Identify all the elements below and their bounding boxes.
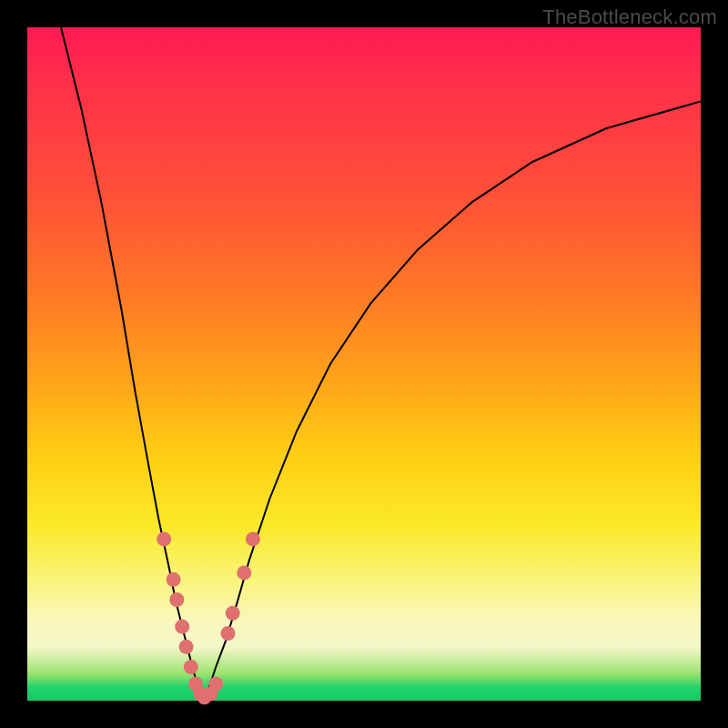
marker-point [226,606,240,621]
marker-point [169,592,184,607]
marker-point [221,626,236,641]
curve-right-branch [202,101,701,701]
marker-point [237,565,251,580]
marker-point [184,660,198,674]
watermark-text: TheBottleneck.com [542,5,717,29]
marker-point [246,531,260,546]
marker-point [157,531,171,546]
marker-point [208,677,223,692]
marker-group [157,531,260,704]
plot-area [27,27,701,701]
marker-point [179,640,194,654]
chart-frame: TheBottleneck.com [0,0,728,728]
marker-point [175,620,189,634]
chart-svg [27,27,701,701]
marker-point [167,572,181,587]
